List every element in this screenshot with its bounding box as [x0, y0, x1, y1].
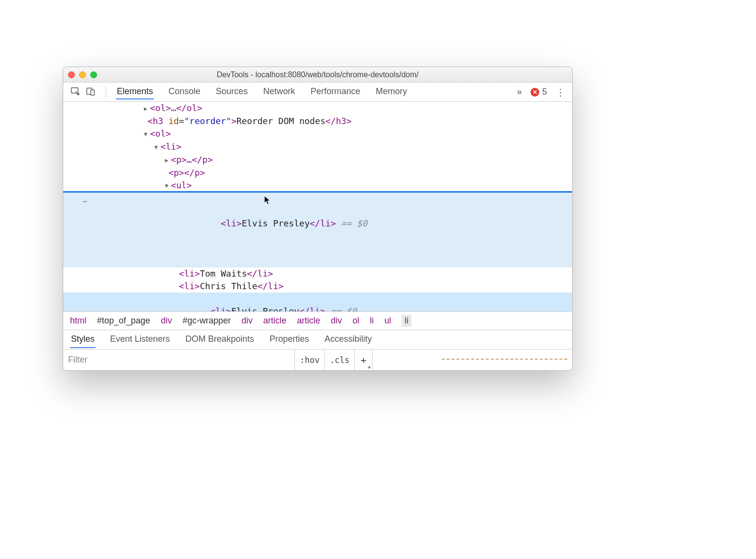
- tab-console[interactable]: Console: [168, 84, 201, 99]
- styles-subtabs: Styles Event Listeners DOM Breakpoints P…: [63, 330, 572, 349]
- collapsed-ol: <ol>…</ol>: [150, 103, 202, 113]
- drop-indicator: [63, 191, 572, 193]
- styles-toggle-group: :hov .cls +: [295, 349, 373, 370]
- settings-menu-icon[interactable]: ⋮: [556, 87, 565, 97]
- main-toolbar: Elements Console Sources Network Perform…: [63, 83, 572, 102]
- svg-rect-0: [71, 87, 78, 93]
- toolbar-right: » ✕ 5 ⋮: [517, 87, 565, 97]
- device-toolbar-icon[interactable]: [85, 86, 96, 98]
- titlebar: DevTools - localhost:8080/web/tools/chro…: [63, 67, 572, 83]
- styles-toolbar: :hov .cls +: [63, 349, 572, 370]
- dom-line[interactable]: ▶<ol>…</ol>: [63, 102, 572, 115]
- tab-memory[interactable]: Memory: [375, 84, 408, 99]
- dom-line[interactable]: <li>Tom Waits</li>: [63, 267, 572, 280]
- main-tabs: Elements Console Sources Network Perform…: [116, 84, 408, 99]
- dom-drag-preview[interactable]: … <li>Elvis Presley</li> == $0: [63, 192, 572, 267]
- gutter-dots-icon: …: [67, 305, 72, 311]
- cls-toggle[interactable]: .cls: [325, 349, 355, 370]
- dom-line[interactable]: <p></p>: [63, 167, 572, 179]
- box-model-preview: [442, 359, 567, 362]
- dom-breadcrumbs: html #top_of_page div #gc-wrapper div ar…: [63, 311, 572, 330]
- crumb-div[interactable]: div: [331, 316, 342, 326]
- dom-line[interactable]: ▶<p>…</p>: [63, 154, 572, 167]
- styles-filter-box: [63, 349, 295, 370]
- tab-performance[interactable]: Performance: [309, 84, 361, 99]
- crumb-li-selected[interactable]: li: [402, 315, 411, 327]
- dom-line[interactable]: <li>Chris Thile</li>: [63, 280, 572, 293]
- cursor-icon: [264, 195, 272, 206]
- new-style-rule-button[interactable]: +: [355, 349, 373, 370]
- crumb-article[interactable]: article: [263, 316, 286, 326]
- hov-toggle[interactable]: :hov: [295, 349, 325, 370]
- toolbar-icons: [70, 86, 96, 98]
- error-count: 5: [542, 87, 547, 97]
- error-icon: ✕: [531, 88, 539, 97]
- tab-sources[interactable]: Sources: [215, 84, 249, 99]
- dom-line[interactable]: <h3 id="reorder">Reorder DOM nodes</h3>: [63, 115, 572, 127]
- crumb-top-of-page[interactable]: #top_of_page: [97, 316, 150, 326]
- tab-elements[interactable]: Elements: [116, 84, 154, 99]
- crumb-li[interactable]: li: [370, 316, 374, 326]
- subtab-accessibility[interactable]: Accessibility: [323, 331, 373, 348]
- crumb-div[interactable]: div: [241, 316, 252, 326]
- devtools-window: DevTools - localhost:8080/web/tools/chro…: [63, 67, 573, 371]
- tab-network[interactable]: Network: [262, 84, 296, 99]
- subtab-dom-breakpoints[interactable]: DOM Breakpoints: [184, 331, 255, 348]
- error-counter[interactable]: ✕ 5: [531, 87, 547, 97]
- gutter-dots-icon: …: [83, 194, 88, 206]
- crumb-ol[interactable]: ol: [352, 316, 359, 326]
- crumb-gc-wrapper[interactable]: #gc-wrapper: [182, 316, 231, 326]
- inspect-element-icon[interactable]: [70, 86, 81, 98]
- dom-line[interactable]: ▼<li>: [63, 140, 572, 154]
- subtab-styles[interactable]: Styles: [70, 331, 96, 348]
- zoom-window-button[interactable]: [90, 71, 97, 78]
- subtab-properties[interactable]: Properties: [268, 331, 310, 348]
- styles-filter-input[interactable]: [68, 355, 290, 365]
- dom-selected-node[interactable]: … <li>Elvis Presley</li> == $0: [63, 293, 572, 311]
- window-controls: [68, 71, 97, 78]
- crumb-div[interactable]: div: [161, 316, 172, 326]
- subtab-event-listeners[interactable]: Event Listeners: [109, 331, 171, 348]
- crumb-article[interactable]: article: [297, 316, 320, 326]
- elements-dom-tree[interactable]: ▶<ol>…</ol> <h3 id="reorder">Reorder DOM…: [63, 102, 572, 311]
- svg-rect-2: [91, 90, 94, 95]
- dom-line[interactable]: ▼<ol>: [63, 127, 572, 140]
- minimize-window-button[interactable]: [79, 71, 86, 78]
- toolbar-separator: [106, 86, 106, 98]
- close-window-button[interactable]: [68, 71, 75, 78]
- overflow-tabs-icon[interactable]: »: [517, 87, 522, 97]
- dom-line[interactable]: ▼<ul>: [63, 179, 572, 192]
- crumb-html[interactable]: html: [70, 316, 86, 326]
- crumb-ul[interactable]: ul: [384, 316, 391, 326]
- window-title: DevTools - localhost:8080/web/tools/chro…: [63, 70, 572, 79]
